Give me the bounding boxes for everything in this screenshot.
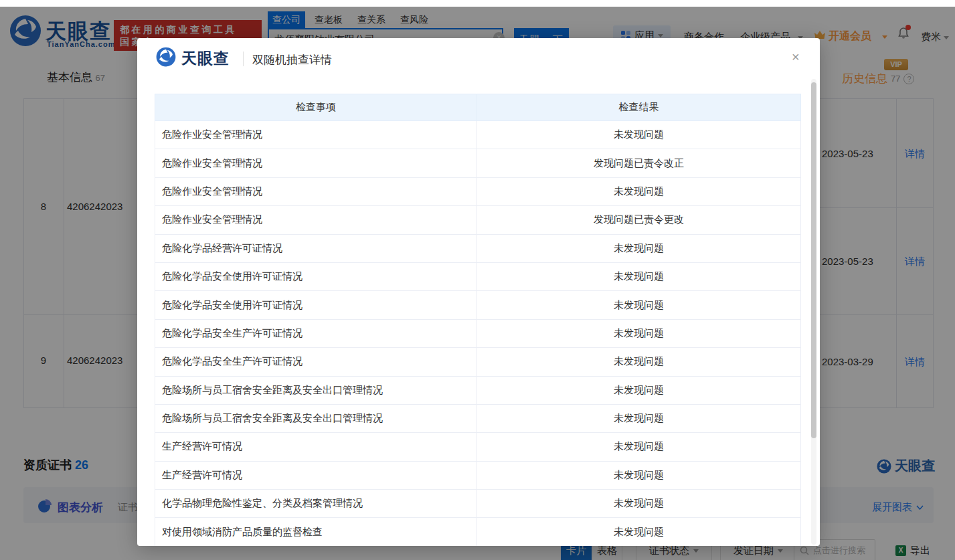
inspection-result-cell: 未发现问题 — [477, 433, 801, 461]
table-row: 危险作业安全管理情况 发现问题已责令改正 — [155, 149, 801, 177]
inspection-item-cell: 危险化学品安全使用许可证情况 — [155, 291, 477, 319]
table-row: 危险化学品安全使用许可证情况 未发现问题 — [155, 291, 801, 319]
inspection-result-cell: 未发现问题 — [477, 319, 801, 347]
table-row: 生产经营许可情况 未发现问题 — [155, 433, 801, 461]
table-row: 危险场所与员工宿舍安全距离及安全出口管理情况 未发现问题 — [155, 376, 801, 404]
close-icon[interactable]: × — [792, 50, 800, 64]
column-header-item: 检查事项 — [155, 94, 477, 121]
modal-scrollbar-thumb[interactable] — [811, 82, 816, 438]
table-row: 危险化学品安全使用许可证情况 未发现问题 — [155, 262, 801, 290]
inspection-result-cell: 未发现问题 — [477, 348, 801, 376]
table-row: 危险场所与员工宿舍安全距离及安全出口管理情况 未发现问题 — [155, 404, 801, 432]
inspection-result-cell: 未发现问题 — [477, 490, 801, 518]
inspection-result-cell: 发现问题已责令改正 — [477, 149, 801, 177]
inspection-item-cell: 危险化学品经营许可证情况 — [155, 234, 477, 262]
inspection-item-cell: 危险作业安全管理情况 — [155, 121, 477, 149]
table-row: 危险化学品经营许可证情况 未发现问题 — [155, 234, 801, 262]
inspection-result-cell: 未发现问题 — [477, 291, 801, 319]
inspection-item-cell: 生产经营许可情况 — [155, 461, 477, 489]
modal-brand: 天眼查 — [181, 48, 230, 69]
table-row: 化学品物理危险性鉴定、分类及档案管理情况 未发现问题 — [155, 490, 801, 518]
inspection-result-cell: 未发现问题 — [477, 376, 801, 404]
inspection-item-cell: 危险作业安全管理情况 — [155, 177, 477, 205]
table-row: 对使用领域消防产品质量的监督检查 未发现问题 — [155, 518, 801, 546]
column-header-result: 检查结果 — [477, 94, 801, 121]
inspection-result-cell: 未发现问题 — [477, 461, 801, 489]
page: 天眼查 TianYanCha.com 都在用的商业查询工具 国家中 查公司 查老… — [0, 0, 955, 560]
inspection-item-cell: 对使用领域消防产品质量的监督检查 — [155, 518, 477, 546]
table-row: 危险化学品安全生产许可证情况 未发现问题 — [155, 348, 801, 376]
inspection-result-cell: 未发现问题 — [477, 121, 801, 149]
table-row: 危险作业安全管理情况 未发现问题 — [155, 177, 801, 205]
modal-title: 双随机抽查详情 — [252, 52, 332, 68]
table-row: 危险作业安全管理情况 未发现问题 — [155, 121, 801, 149]
inspection-item-cell: 危险化学品安全生产许可证情况 — [155, 348, 477, 376]
inspection-result-cell: 未发现问题 — [477, 177, 801, 205]
inspection-result-cell: 未发现问题 — [477, 262, 801, 290]
inspection-result-cell: 未发现问题 — [477, 518, 801, 546]
table-row: 危险化学品安全生产许可证情况 未发现问题 — [155, 319, 801, 347]
inspection-result-cell: 发现问题已责令更改 — [477, 206, 801, 234]
inspection-table-header-row: 检查事项 检查结果 — [155, 94, 801, 121]
inspection-table-body: 危险作业安全管理情况 未发现问题 危险作业安全管理情况 发现问题已责令改正 危险… — [155, 121, 801, 547]
inspection-detail-modal: 天眼查 双随机抽查详情 × 检查事项 检查结果 危险作业安全管理情况 未发现问题… — [137, 38, 820, 546]
modal-header-divider — [243, 52, 244, 66]
inspection-result-cell: 未发现问题 — [477, 404, 801, 432]
inspection-item-cell: 危险场所与员工宿舍安全距离及安全出口管理情况 — [155, 404, 477, 432]
tianyancha-modal-logo-icon — [156, 47, 176, 67]
inspection-item-cell: 生产经营许可情况 — [155, 433, 477, 461]
inspection-item-cell: 危险作业安全管理情况 — [155, 149, 477, 177]
inspection-item-cell: 危险场所与员工宿舍安全距离及安全出口管理情况 — [155, 376, 477, 404]
inspection-item-cell: 危险化学品安全使用许可证情况 — [155, 262, 477, 290]
inspection-item-cell: 危险作业安全管理情况 — [155, 206, 477, 234]
table-row: 危险作业安全管理情况 发现问题已责令更改 — [155, 206, 801, 234]
inspection-item-cell: 危险化学品安全生产许可证情况 — [155, 319, 477, 347]
inspection-item-cell: 化学品物理危险性鉴定、分类及档案管理情况 — [155, 490, 477, 518]
table-row: 生产经营许可情况 未发现问题 — [155, 461, 801, 489]
inspection-result-cell: 未发现问题 — [477, 234, 801, 262]
inspection-table: 检查事项 检查结果 危险作业安全管理情况 未发现问题 危险作业安全管理情况 发现… — [155, 94, 801, 546]
